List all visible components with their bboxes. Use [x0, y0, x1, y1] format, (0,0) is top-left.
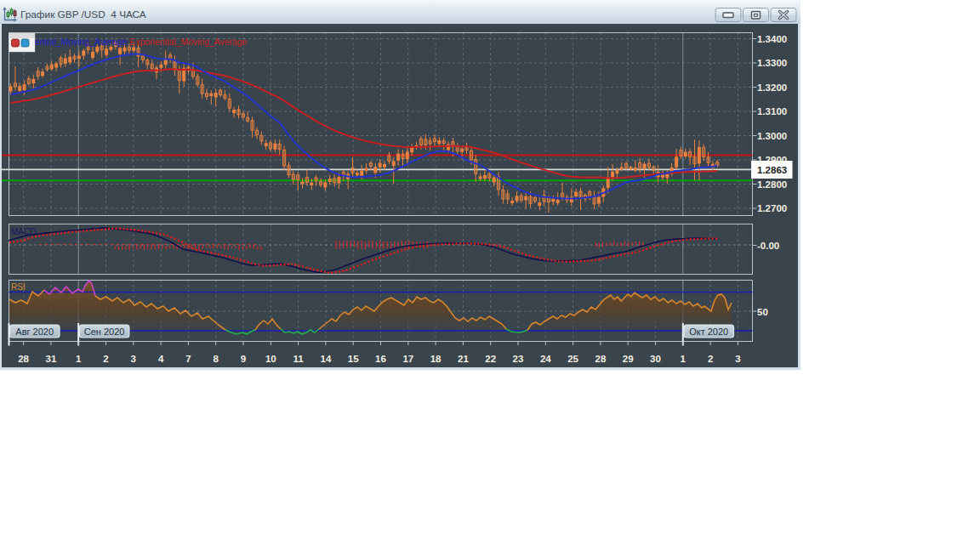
- svg-text:28: 28: [595, 354, 607, 364]
- svg-text:10: 10: [265, 354, 276, 364]
- svg-text:3: 3: [131, 354, 136, 364]
- svg-text:7: 7: [185, 354, 191, 364]
- svg-text:2: 2: [708, 354, 713, 364]
- svg-text:1.2700: 1.2700: [757, 203, 787, 213]
- svg-text:25: 25: [567, 354, 578, 364]
- svg-text:Окт 2020: Окт 2020: [689, 327, 728, 337]
- svg-text:50: 50: [757, 307, 768, 317]
- svg-text:RSI: RSI: [11, 282, 26, 292]
- svg-text:31: 31: [46, 354, 57, 364]
- svg-text:18: 18: [430, 354, 442, 364]
- svg-text:29: 29: [623, 354, 634, 364]
- svg-text:28: 28: [18, 354, 29, 364]
- svg-text:8: 8: [213, 354, 219, 364]
- svg-text:15: 15: [348, 354, 359, 364]
- svg-text:Exponential_Moving_Average: Exponential_Moving_Average: [130, 37, 248, 47]
- svg-text:1.2863: 1.2863: [757, 165, 787, 175]
- svg-text:17: 17: [402, 354, 413, 364]
- svg-text:1.3100: 1.3100: [757, 106, 787, 116]
- svg-text:14: 14: [321, 354, 332, 364]
- svg-text:Авг 2020: Авг 2020: [15, 327, 54, 337]
- svg-text:1.3400: 1.3400: [757, 34, 787, 44]
- svg-text:1.3000: 1.3000: [757, 131, 787, 141]
- svg-text:16: 16: [375, 354, 386, 364]
- svg-text:Сен 2020: Сен 2020: [84, 327, 125, 337]
- svg-text:9: 9: [241, 354, 246, 364]
- svg-text:-0.00: -0.00: [757, 241, 779, 251]
- svg-text:График GBP /USD 4 ЧАСА: График GBP /USD 4 ЧАСА: [20, 9, 146, 20]
- svg-text:22: 22: [485, 354, 496, 364]
- svg-text:1: 1: [681, 354, 687, 364]
- svg-text:1.3200: 1.3200: [757, 82, 787, 93]
- svg-text:1.3300: 1.3300: [757, 58, 787, 68]
- svg-text:11: 11: [293, 354, 305, 364]
- svg-text:2: 2: [103, 354, 108, 364]
- svg-text:21: 21: [458, 354, 469, 364]
- svg-text:ential_Moving_Average: ential_Moving_Average: [35, 37, 128, 47]
- svg-text:4: 4: [158, 354, 164, 364]
- svg-text:23: 23: [513, 354, 524, 364]
- svg-text:24: 24: [540, 354, 551, 364]
- svg-text:1: 1: [76, 354, 82, 364]
- svg-text:30: 30: [650, 354, 661, 364]
- svg-text:3: 3: [735, 354, 740, 364]
- svg-text:1.2800: 1.2800: [757, 179, 787, 190]
